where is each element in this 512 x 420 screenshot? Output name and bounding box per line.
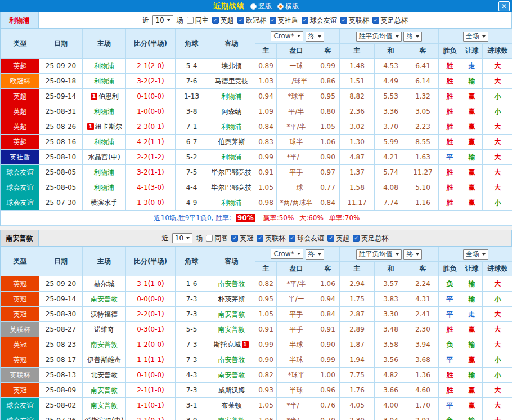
match-date: 25-09-20 — [39, 59, 83, 74]
company-state-dropdown[interactable]: 终 — [306, 32, 324, 42]
score[interactable]: 1-1(1-1) — [126, 352, 176, 368]
home-team[interactable]: 1纽卡斯尔 — [83, 119, 126, 135]
home-team[interactable]: 水晶宫(中) — [83, 150, 126, 165]
score[interactable]: 1-3(0-0) — [126, 195, 176, 211]
same-venue-checkbox[interactable]: 同客 — [206, 234, 228, 243]
home-team[interactable]: 爱斯宾奴(中) — [83, 413, 126, 420]
scope-dropdown[interactable]: 全场 — [463, 32, 488, 42]
team-name-text: 南安普敦 — [91, 386, 118, 394]
layout-option-vertical[interactable]: 竖版 — [250, 2, 272, 11]
away-team[interactable]: 威斯汉姆 — [208, 383, 255, 398]
home-team[interactable]: 南安普敦 — [83, 292, 126, 307]
handicap-result-cell: 赢 — [461, 104, 483, 119]
home-team[interactable]: 伊普斯维奇 — [83, 352, 126, 368]
home-team[interactable]: 南安普敦 — [83, 383, 126, 398]
league-badge: 英冠 — [1, 337, 39, 352]
score[interactable]: 0-1(0-0) — [126, 368, 176, 383]
away-team[interactable]: 阿森纳 — [208, 104, 255, 119]
europe-state-dropdown[interactable]: 终 — [403, 32, 422, 42]
home-team[interactable]: 利物浦 — [83, 165, 126, 180]
league-badge: 英联杯 — [1, 322, 39, 337]
away-team[interactable]: 毕尔巴鄂竞技 — [208, 165, 255, 180]
away-team[interactable]: 南安普敦 — [208, 368, 255, 383]
league-filter-英联杯[interactable]: ✓英联杯 — [257, 234, 285, 243]
away-team[interactable]: 朴茨茅斯 — [208, 292, 255, 307]
score[interactable]: 1-0(0-0) — [126, 104, 176, 119]
home-team[interactable]: 沃特福德 — [83, 307, 126, 322]
league-filter-英冠[interactable]: ✓英冠 — [231, 234, 253, 243]
home-team[interactable]: 北安普敦 — [83, 368, 126, 383]
score[interactable]: 3-2(2-1) — [126, 74, 176, 89]
away-team[interactable]: 南安普敦 — [208, 276, 255, 292]
home-team[interactable]: 横滨水手 — [83, 195, 126, 211]
score[interactable]: 2-2(1-2) — [126, 150, 176, 165]
away-team[interactable]: 南安普敦 — [208, 322, 255, 337]
home-team[interactable]: 南安普敦 — [83, 398, 126, 413]
company-dropdown[interactable]: Crow* — [271, 31, 303, 41]
away-team[interactable]: 南安普敦 — [208, 307, 255, 322]
league-filter-英超[interactable]: ✓英超 — [327, 234, 349, 243]
score[interactable]: 0-3(0-1) — [126, 322, 176, 337]
home-team[interactable]: 赫尔城 — [83, 276, 126, 292]
league-filter-英足总杯[interactable]: ✓英足总杯 — [353, 234, 388, 243]
score[interactable]: 4-1(3-0) — [126, 180, 176, 195]
dropdown-arrow-icon — [318, 253, 321, 256]
team-name-text: 马德里竞技 — [215, 77, 249, 85]
score[interactable]: 1-1(0-1) — [126, 398, 176, 413]
score[interactable]: 0-1(0-0) — [126, 89, 176, 104]
goals-result-cell: 大 — [483, 413, 512, 420]
league-filter-球会友谊[interactable]: ✓球会友谊 — [289, 234, 324, 243]
score[interactable]: 4-2(1-1) — [126, 135, 176, 150]
home-team[interactable]: 利物浦 — [83, 135, 126, 150]
away-team[interactable]: 埃弗顿 — [208, 59, 255, 74]
europe-type-dropdown[interactable]: 胜平负均值 — [356, 249, 402, 260]
away-team[interactable]: 毕尔巴鄂竞技 — [208, 180, 255, 195]
home-team[interactable]: 利物浦 — [83, 180, 126, 195]
score[interactable]: 2-3(0-1) — [126, 119, 176, 135]
layout-option-horizontal[interactable]: 横版 — [277, 2, 299, 11]
score[interactable]: 3-1(1-0) — [126, 276, 176, 292]
home-team[interactable]: 1伯恩利 — [83, 89, 126, 104]
league-filter-英超[interactable]: ✓英超 — [212, 16, 234, 25]
match-date: 25-08-31 — [39, 104, 83, 119]
league-filter-英社盾[interactable]: ✓英社盾 — [270, 16, 298, 25]
close-button[interactable]: ✕ — [498, 1, 510, 11]
league-filter-英足总杯[interactable]: ✓英足总杯 — [372, 16, 408, 25]
league-filter-球会友谊[interactable]: ✓球会友谊 — [302, 16, 337, 25]
away-team[interactable]: 利物浦 — [208, 150, 255, 165]
score[interactable]: 2-1(2-0) — [126, 59, 176, 74]
recent-count-dropdown[interactable]: 10 — [152, 15, 173, 25]
score[interactable]: 3-2(1-1) — [126, 165, 176, 180]
away-team[interactable]: 南安普敦 — [208, 413, 255, 420]
team-name-text: 伯恩利 — [98, 92, 119, 100]
col-corners: 角球 — [176, 247, 208, 276]
away-team[interactable]: 布莱顿 — [208, 398, 255, 413]
league-badge: 球会友谊 — [1, 180, 39, 195]
company-dropdown[interactable]: Crow* — [271, 249, 303, 259]
score[interactable]: 1-2(0-0) — [126, 337, 176, 352]
league-filter-英联杯[interactable]: ✓英联杯 — [340, 16, 369, 25]
away-team[interactable]: 南安普敦 — [208, 352, 255, 368]
away-team[interactable]: 伯恩茅斯 — [208, 135, 255, 150]
home-team[interactable]: 利物浦 — [83, 104, 126, 119]
same-venue-checkbox[interactable]: 同主 — [187, 16, 209, 25]
home-team[interactable]: 利物浦 — [83, 59, 126, 74]
company-state-dropdown[interactable]: 终 — [306, 249, 324, 260]
score[interactable]: 2-1(0-1) — [126, 413, 176, 420]
europe-type-dropdown[interactable]: 胜平负均值 — [356, 32, 402, 42]
score[interactable]: 2-2(0-1) — [126, 307, 176, 322]
europe-state-dropdown[interactable]: 终 — [403, 249, 422, 260]
away-team[interactable]: 利物浦 — [208, 119, 255, 135]
score[interactable]: 2-1(1-0) — [126, 383, 176, 398]
away-team[interactable]: 利物浦 — [208, 89, 255, 104]
home-team[interactable]: 利物浦 — [83, 74, 126, 89]
away-team[interactable]: 利物浦 — [208, 195, 255, 211]
recent-count-dropdown[interactable]: 10 — [172, 233, 192, 243]
home-team[interactable]: 南安普敦 — [83, 337, 126, 352]
away-team[interactable]: 马德里竞技 — [208, 74, 255, 89]
scope-dropdown[interactable]: 全场 — [463, 249, 488, 260]
away-team[interactable]: 斯托克城1 — [208, 337, 255, 352]
home-team[interactable]: 诺维奇 — [83, 322, 126, 337]
league-filter-欧冠杯[interactable]: ✓欧冠杯 — [237, 16, 266, 25]
score[interactable]: 0-0(0-0) — [126, 292, 176, 307]
